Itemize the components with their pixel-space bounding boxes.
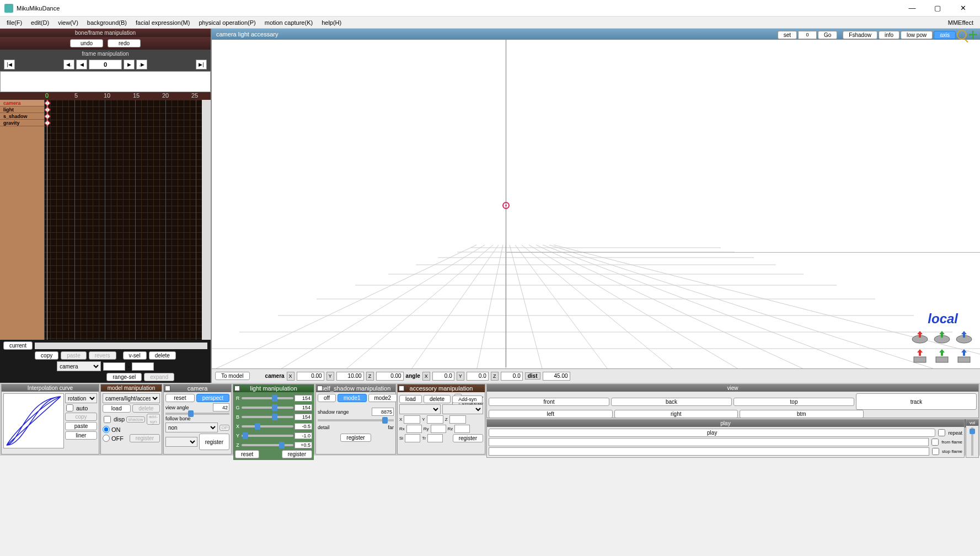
menu-edit[interactable]: edit(D) xyxy=(26,18,53,27)
expand-button[interactable]: expand xyxy=(144,373,174,381)
acc-addsyn-button[interactable]: Add-syn xyxy=(452,395,483,403)
interp-liner-button[interactable]: liner xyxy=(65,431,97,440)
acc-x-input[interactable] xyxy=(404,415,420,424)
vp-info-button[interactable]: info xyxy=(879,31,899,39)
frame-next-key-button[interactable]: .▶ xyxy=(136,60,147,70)
view-btm-button[interactable]: btm xyxy=(740,410,864,418)
view-left-button[interactable]: left xyxy=(489,410,613,418)
redo-button[interactable]: redo xyxy=(108,39,141,47)
acc-si-input[interactable] xyxy=(405,434,420,442)
timeline-body[interactable]: camera light s_shadow gravity xyxy=(0,100,211,340)
ang-y-input[interactable] xyxy=(467,372,489,381)
light-y-slider[interactable] xyxy=(242,435,293,437)
acc-select2[interactable] xyxy=(442,404,484,414)
range-to-input[interactable] xyxy=(132,362,154,371)
light-b-slider[interactable] xyxy=(242,416,293,418)
view-top-button[interactable]: top xyxy=(733,398,854,406)
acc-rz-input[interactable] xyxy=(454,425,470,433)
acc-tr-input[interactable] xyxy=(427,434,443,442)
maximize-button[interactable]: ▢ xyxy=(925,0,950,17)
light-r-slider[interactable] xyxy=(242,397,293,399)
timeline-hscroll[interactable] xyxy=(35,343,207,349)
tl-vsel-button[interactable]: v-sel xyxy=(123,351,147,360)
menu-facial[interactable]: facial expression(M) xyxy=(131,18,194,27)
light-y-input[interactable] xyxy=(294,432,312,439)
rotate-z-icon[interactable] xyxy=(955,329,973,345)
model-register-button[interactable]: register xyxy=(130,434,160,442)
interp-copy-button[interactable]: copy xyxy=(65,413,97,421)
rotate-x-icon[interactable] xyxy=(911,329,929,345)
close-button[interactable]: ✕ xyxy=(950,0,976,17)
shadow-off-button[interactable]: off xyxy=(318,394,336,402)
frame-prev-button[interactable]: ◀ xyxy=(76,60,87,70)
model-addsyn-button[interactable]: add-syn xyxy=(147,414,160,425)
acc-register-button[interactable]: register xyxy=(453,434,483,442)
camera-target-icon[interactable] xyxy=(502,202,510,209)
cam-z-input[interactable] xyxy=(376,372,404,381)
ang-x-input[interactable] xyxy=(432,372,454,381)
view-angle-slider[interactable] xyxy=(165,413,229,415)
view-right-button[interactable]: right xyxy=(614,410,738,418)
light-r-input[interactable] xyxy=(294,395,312,402)
frame-number-input[interactable] xyxy=(89,60,122,70)
light-x-input[interactable] xyxy=(294,423,312,430)
light-g-slider[interactable] xyxy=(242,407,293,409)
model-load-button[interactable]: load xyxy=(103,404,131,413)
frame-next-button[interactable]: ▶ xyxy=(124,60,135,70)
view-track-button[interactable]: track xyxy=(856,393,977,410)
viewport-3d[interactable]: camera light accessary set Go Fshadow in… xyxy=(211,29,980,383)
cam-y-input[interactable] xyxy=(336,372,364,381)
light-x-slider[interactable] xyxy=(242,425,293,427)
search-icon[interactable] xyxy=(957,30,967,40)
rotate-y-icon[interactable] xyxy=(933,329,951,345)
interp-mode-select[interactable]: rotation xyxy=(65,393,97,403)
view-angle-input[interactable] xyxy=(213,403,229,411)
acc-delete-button[interactable]: delete xyxy=(424,395,451,403)
play-button[interactable]: play xyxy=(489,429,935,437)
interp-auto-check[interactable]: auto xyxy=(65,404,97,411)
menu-background[interactable]: background(B) xyxy=(83,18,131,27)
acc-ry-input[interactable] xyxy=(431,425,446,433)
from-frame-input[interactable] xyxy=(489,438,929,446)
shadow-toggle-icon[interactable] xyxy=(317,386,323,391)
mmeffect-label[interactable]: MMEffect xyxy=(944,18,978,27)
camera-register-button[interactable]: register xyxy=(199,434,229,450)
current-button[interactable]: current xyxy=(3,341,33,350)
follow-bone-select2[interactable] xyxy=(165,437,197,447)
frame-prev-key-button[interactable]: ◀. xyxy=(63,60,74,70)
light-toggle-icon[interactable] xyxy=(234,386,240,391)
shadow-range-input[interactable] xyxy=(372,408,394,416)
menu-file[interactable]: file(F) xyxy=(2,18,26,27)
accessory-toggle-icon[interactable] xyxy=(399,386,404,391)
model-delete-button[interactable]: delete xyxy=(132,404,160,413)
playhead[interactable] xyxy=(47,100,47,340)
camera-toggle-icon[interactable] xyxy=(165,386,170,391)
light-z-input[interactable] xyxy=(294,442,312,448)
range-from-input[interactable] xyxy=(103,362,125,371)
cam-x-input[interactable] xyxy=(297,372,324,381)
menu-physical[interactable]: physical operation(P) xyxy=(194,18,260,27)
light-g-input[interactable] xyxy=(294,404,312,411)
acc-rx-input[interactable] xyxy=(406,425,422,433)
vp-set-button[interactable]: set xyxy=(778,31,797,39)
vp-go-button[interactable]: Go xyxy=(818,31,837,39)
stop-frame-input[interactable] xyxy=(489,447,929,456)
acc-load-button[interactable]: load xyxy=(399,395,422,403)
camera-perspect-button[interactable]: perspect xyxy=(196,394,229,402)
acc-select1[interactable] xyxy=(399,404,441,414)
vp-lowpow-button[interactable]: low pow xyxy=(901,31,933,39)
disp-check[interactable] xyxy=(104,416,111,423)
track-light[interactable]: light xyxy=(0,106,44,113)
shadow-range-slider[interactable] xyxy=(318,419,394,421)
op-button[interactable]: OP xyxy=(219,425,229,431)
model-off-radio[interactable] xyxy=(103,435,110,442)
ang-z-input[interactable] xyxy=(501,372,523,381)
shadow-register-button[interactable]: register xyxy=(340,434,371,442)
shadow-mode2-button[interactable]: mode2 xyxy=(368,394,398,402)
shadow-mode1-button[interactable]: mode1 xyxy=(338,394,367,402)
move-z-icon[interactable] xyxy=(955,348,973,363)
light-z-slider[interactable] xyxy=(242,444,293,446)
light-reset-button[interactable]: reset xyxy=(235,450,259,458)
track-gravity[interactable]: gravity xyxy=(0,120,44,126)
dist-input[interactable] xyxy=(543,372,570,381)
